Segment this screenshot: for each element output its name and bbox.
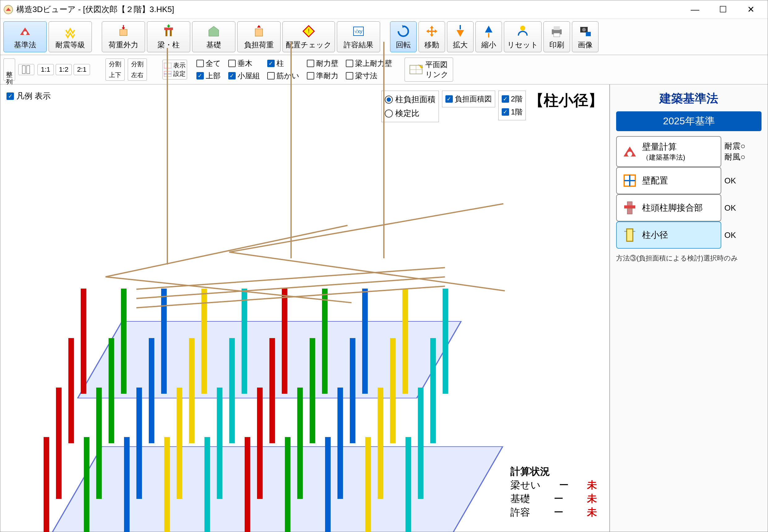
svg-rect-6 <box>255 29 263 36</box>
hari-button[interactable]: 梁・柱 <box>147 21 190 52</box>
kijun-button[interactable]: 基準法 <box>3 21 47 52</box>
hari-icon <box>161 24 176 39</box>
radio-0[interactable]: 柱負担面積 <box>385 94 435 105</box>
sidebar-item-chutou[interactable]: 柱頭柱脚接合部 <box>616 194 721 221</box>
check-taruki[interactable]: 垂木 <box>228 58 260 68</box>
svg-rect-2 <box>120 29 127 36</box>
ratio-group: 1:11:22:1 <box>37 64 90 75</box>
legend-toggle[interactable]: 凡例 表示 <box>6 91 51 101</box>
column <box>365 437 371 532</box>
kyoyo-button[interactable]: √xy 許容結果 <box>337 21 380 52</box>
ratio-1-2-button[interactable]: 1:2 <box>56 64 72 75</box>
column <box>325 437 331 532</box>
sidebar-year-badge: 2025年基準 <box>616 111 762 131</box>
check-tairyoku[interactable]: 耐力壁 <box>307 58 338 68</box>
sidebar-title: 建築基準法 <box>616 91 762 106</box>
haichi-icon: ! <box>301 24 316 39</box>
hekiryo-icon <box>621 143 638 160</box>
sidebar-item-chushokei[interactable]: 柱小径 <box>616 221 721 249</box>
column <box>229 338 235 443</box>
column <box>204 437 210 532</box>
roof-beam <box>105 276 352 303</box>
check-harisunpo[interactable]: 梁寸法 <box>346 71 392 81</box>
gazou-button[interactable]: 画像 <box>572 21 599 52</box>
ratio-1-1-button[interactable]: 1:1 <box>37 64 54 75</box>
roof-beam <box>383 42 384 258</box>
check-hashira[interactable]: 柱 <box>267 58 299 68</box>
roof-beam <box>136 267 445 290</box>
column <box>297 388 303 499</box>
filter-panel: 柱負担面積検定比 負担面積図 2階1階 【柱小径】 <box>381 91 603 122</box>
check-juntai[interactable]: 準耐力 <box>307 71 338 81</box>
calc-status-panel: 計算状況 梁せいー未基礎ー未許容ー未 <box>510 465 597 519</box>
planview-link-button[interactable]: 平面図リンク <box>405 58 453 82</box>
chutou-icon <box>621 199 638 217</box>
insatsu-button[interactable]: 印刷 <box>543 21 570 52</box>
reset-button[interactable]: リセット <box>504 21 542 52</box>
display-settings-button[interactable]: 表示 設定 <box>162 60 187 79</box>
sidebar-item-kabe[interactable]: 壁配置 <box>616 167 721 194</box>
futanzu-checkbox[interactable]: 負担面積図 <box>445 94 492 104</box>
check-joubu[interactable]: 上部 <box>196 71 221 81</box>
split-joge-button[interactable]: 分割上下 <box>105 58 125 81</box>
radio-1[interactable]: 検定比 <box>385 108 435 119</box>
kiso-button[interactable]: 基礎 <box>192 21 235 52</box>
svg-rect-16 <box>586 32 591 36</box>
column <box>164 437 170 532</box>
svg-rect-17 <box>22 66 25 74</box>
kaiten-button[interactable]: 回転 <box>390 21 417 52</box>
layout-split-icon[interactable] <box>18 64 34 75</box>
taisin-button[interactable]: 耐震等級 <box>49 21 92 52</box>
floor-check-group: 2階1階 <box>498 91 526 120</box>
shuku-button[interactable]: 縮小 <box>475 21 502 52</box>
column <box>109 338 114 443</box>
check-hariue[interactable]: 梁上耐力壁 <box>346 58 392 68</box>
link-icon <box>409 64 423 75</box>
svg-rect-5 <box>170 30 172 36</box>
sidebar-row-chushokei: 柱小径 OK <box>616 221 762 249</box>
check-subete[interactable]: 全て <box>196 58 221 68</box>
canvas-area[interactable]: 凡例 表示 柱負担面積検定比 負担面積図 2階1階 【柱小径】 計算状況 梁せい… <box>0 84 610 532</box>
sidebar-item-hekiryo[interactable]: 壁量計算（建築基準法) <box>616 136 721 167</box>
column <box>245 437 250 532</box>
column <box>201 289 207 394</box>
column <box>124 437 130 532</box>
insatsu-icon <box>549 24 564 39</box>
3d-viewport[interactable] <box>13 122 597 519</box>
window-controls: — ☐ ✕ <box>681 2 765 17</box>
display-mode-radio-group: 柱負担面積検定比 <box>381 91 439 122</box>
futan-button[interactable]: 負担荷重 <box>237 21 281 52</box>
roof-beam <box>136 285 445 308</box>
sidebar-row-hekiryo: 壁量計算（建築基準法) 耐震○耐風○ <box>616 136 762 167</box>
kaju-button[interactable]: 荷重外力 <box>102 21 145 52</box>
close-button[interactable]: ✕ <box>737 2 765 17</box>
maximize-button[interactable]: ☐ <box>709 2 737 17</box>
ratio-2-1-button[interactable]: 2:1 <box>74 64 90 75</box>
legend-checkbox[interactable] <box>6 92 14 100</box>
split-sayu-button[interactable]: 分割左右 <box>128 58 147 81</box>
check-koyagumi[interactable]: 小屋組 <box>228 71 260 81</box>
svg-text:!: ! <box>308 28 310 34</box>
window-title: 構造3Dビューア - [伏図次郎【２階】3.HK5] <box>16 4 681 15</box>
svg-rect-18 <box>27 66 30 74</box>
svg-point-26 <box>627 152 632 157</box>
kakudai-icon <box>453 24 468 39</box>
svg-text:√xy: √xy <box>355 29 363 34</box>
column <box>285 437 290 532</box>
column <box>390 338 396 443</box>
sidebar-status-kabe: OK <box>724 167 762 194</box>
kiso-icon <box>206 24 221 39</box>
filter-check-grid: 全て垂木柱耐力壁梁上耐力壁上部小屋組筋かい準耐力梁寸法 <box>196 58 392 81</box>
sidebar-note: 方法③(負担面積による検討)選択時のみ <box>616 254 762 263</box>
check-sujikai[interactable]: 筋かい <box>267 71 299 81</box>
kakudai-button[interactable]: 拡大 <box>447 21 474 52</box>
column <box>81 289 86 394</box>
kabe-icon <box>621 172 638 189</box>
column <box>84 437 89 532</box>
seiretsu-button[interactable]: 整 列 <box>3 58 15 81</box>
ido-button[interactable]: 移動 <box>418 21 445 52</box>
floor-check-1[interactable]: 1階 <box>502 107 522 117</box>
minimize-button[interactable]: — <box>681 2 709 17</box>
floor-check-0[interactable]: 2階 <box>502 94 522 104</box>
svg-point-10 <box>520 26 525 31</box>
